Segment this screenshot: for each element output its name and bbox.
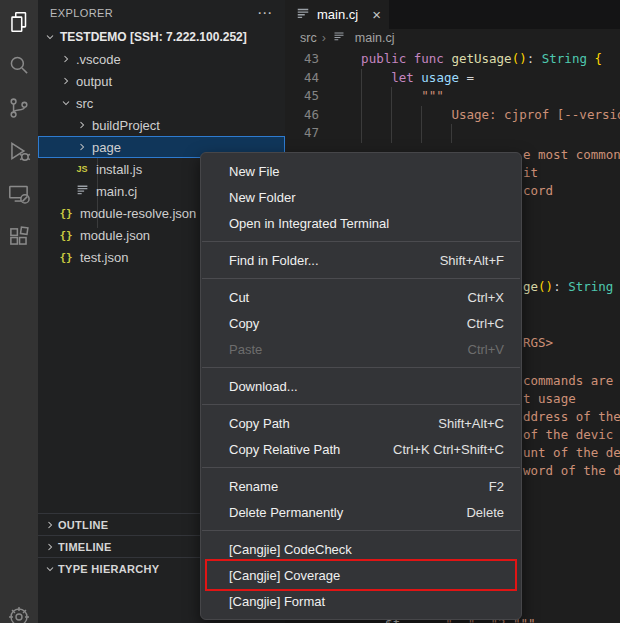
vscode-window: EXPLORER ⋯ TESTDEMO [SSH: 7.222.100.252]…	[0, 0, 620, 623]
menu-item-cangjie-codecheck[interactable]: [Cangjie] CodeCheck	[201, 536, 521, 562]
menu-item-copy-path[interactable]: Copy PathShift+Alt+C	[201, 410, 521, 436]
search-icon[interactable]	[0, 43, 38, 86]
code-line-44: 44 let usage =	[285, 69, 620, 88]
chevron-right-icon	[42, 517, 58, 533]
context-menu: New FileNew FolderOpen in Integrated Ter…	[200, 152, 522, 620]
breadcrumb-file-label: main.cj	[355, 31, 395, 45]
code-fragment: RGS>	[523, 334, 553, 353]
menu-item-new-file[interactable]: New File	[201, 158, 521, 184]
line-number: 43	[285, 50, 319, 69]
menu-item-label: New File	[229, 164, 504, 179]
line-content: """	[319, 87, 444, 106]
manage-gear-icon[interactable]	[0, 596, 38, 623]
breadcrumb-folder[interactable]: src	[300, 31, 317, 45]
tab-main-cj[interactable]: main.cj ×	[285, 0, 389, 29]
code-fragment: commands are	[523, 372, 613, 391]
menu-item-new-folder[interactable]: New Folder	[201, 184, 521, 210]
menu-item-download[interactable]: Download...	[201, 373, 521, 399]
tree-item-label: src	[76, 96, 93, 111]
menu-item-label: [Cangjie] Coverage	[229, 568, 504, 583]
section-label: OUTLINE	[58, 519, 108, 531]
activity-bar	[0, 0, 38, 623]
section-label: TYPE HIERARCHY	[58, 563, 159, 575]
code-fragment: of the devic	[523, 426, 613, 445]
tree-item-vscode[interactable]: .vscode	[38, 48, 285, 70]
tree-item-label: module-resolve.json	[80, 206, 196, 221]
menu-item-label: New Folder	[229, 190, 504, 205]
menu-item-label: Cut	[229, 290, 468, 305]
tree-item-src[interactable]: src	[38, 92, 285, 114]
line-number: 45	[285, 87, 319, 106]
line-content: public func getUsage(): String {	[319, 50, 602, 69]
menu-item-shortcut: F2	[489, 479, 504, 494]
line-number: 47	[285, 124, 319, 143]
explorer-icon[interactable]	[0, 0, 38, 43]
breadcrumb: src › main.cj	[285, 29, 620, 46]
menu-item-shortcut: Shift+Alt+F	[440, 253, 504, 268]
code-indent-guide	[391, 87, 392, 143]
menu-item-shortcut: Ctrl+X	[468, 290, 504, 305]
tree-item-label: .vscode	[76, 52, 121, 67]
run-debug-icon[interactable]	[0, 129, 38, 172]
breadcrumb-file[interactable]: main.cj	[331, 30, 395, 45]
menu-item-copy-relative-path[interactable]: Copy Relative PathCtrl+K Ctrl+Shift+C	[201, 436, 521, 462]
menu-separator	[202, 278, 520, 279]
menu-item-shortcut: Ctrl+K Ctrl+Shift+C	[393, 442, 504, 457]
menu-item-shortcut: Shift+Alt+C	[438, 416, 504, 431]
menu-item-cangjie-coverage[interactable]: [Cangjie] Coverage	[201, 562, 521, 588]
breadcrumb-separator: ›	[322, 31, 326, 45]
cj-file-icon	[331, 30, 347, 45]
tree-item-output[interactable]: output	[38, 70, 285, 92]
menu-item-label: Delete Permanently	[229, 505, 466, 520]
menu-item-label: Open in Integrated Terminal	[229, 216, 504, 231]
line-content	[319, 124, 331, 143]
cj-file-icon	[295, 6, 311, 23]
menu-item-label: Paste	[229, 342, 468, 357]
code-line-46: 46 Usage: cjprof [--version	[285, 106, 620, 125]
source-control-icon[interactable]	[0, 86, 38, 129]
tree-item-label: TESTDEMO [SSH: 7.222.100.252]	[60, 30, 247, 44]
menu-item-label: [Cangjie] Format	[229, 594, 504, 609]
menu-item-label: [Cangjie] CodeCheck	[229, 542, 504, 557]
code-fragment: ge(): String	[523, 278, 613, 297]
menu-item-cangjie-format[interactable]: [Cangjie] Format	[201, 588, 521, 614]
chevron-down-icon	[58, 95, 74, 111]
section-label: TIMELINE	[58, 541, 112, 553]
code-fragment: it	[523, 164, 538, 183]
menu-item-open-in-integrated-terminal[interactable]: Open in Integrated Terminal	[201, 210, 521, 236]
cj-file-icon	[74, 183, 90, 199]
menu-item-copy[interactable]: CopyCtrl+C	[201, 310, 521, 336]
tree-item-label: install.js	[96, 162, 142, 177]
code-fragment: ddress of the	[523, 408, 620, 427]
json-file-icon: {}	[58, 251, 74, 264]
remote-explorer-icon[interactable]	[0, 172, 38, 215]
more-actions-button[interactable]: ⋯	[257, 4, 273, 22]
menu-item-delete-permanently[interactable]: Delete PermanentlyDelete	[201, 499, 521, 525]
json-file-icon: {}	[58, 229, 74, 242]
line-number: 44	[285, 69, 319, 88]
close-icon[interactable]: ×	[372, 7, 381, 22]
tree-item-label: module.json	[80, 228, 150, 243]
tab-label: main.cj	[317, 7, 366, 22]
menu-item-find-in-folder[interactable]: Find in Folder...Shift+Alt+F	[201, 247, 521, 273]
chevron-right-icon	[74, 117, 90, 133]
code-line-43: 43 public func getUsage(): String {	[285, 50, 620, 69]
explorer-title: EXPLORER	[50, 7, 257, 19]
menu-item-label: Find in Folder...	[229, 253, 440, 268]
chevron-right-icon	[58, 73, 74, 89]
code-fragment: unt of the de	[523, 444, 620, 463]
extensions-icon[interactable]	[0, 215, 38, 258]
code-indent-guide	[451, 124, 452, 143]
menu-separator	[202, 241, 520, 242]
code-indent-guide	[361, 69, 362, 143]
chevron-right-icon	[58, 51, 74, 67]
menu-separator	[202, 404, 520, 405]
workspace-root-testdemo-ssh-7-222-100-252[interactable]: TESTDEMO [SSH: 7.222.100.252]	[38, 26, 285, 48]
tree-item-label: page	[92, 140, 121, 155]
menu-item-rename[interactable]: RenameF2	[201, 473, 521, 499]
menu-item-cut[interactable]: CutCtrl+X	[201, 284, 521, 310]
tree-item-label: main.cj	[96, 184, 137, 199]
tree-item-buildproject[interactable]: buildProject	[38, 114, 285, 136]
tab-bar: main.cj ×	[285, 0, 620, 29]
sidebar-header: EXPLORER ⋯	[38, 0, 285, 26]
